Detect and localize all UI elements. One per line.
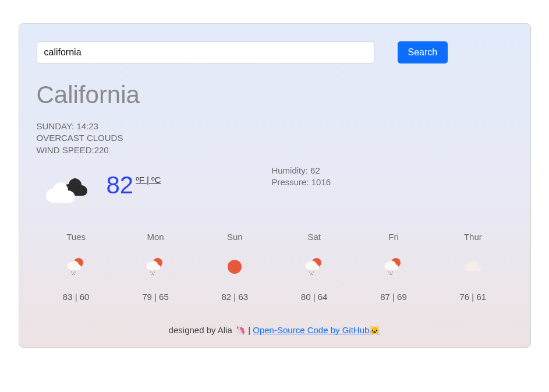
forecast-temps: 79 | 65 [129,292,182,302]
svg-point-15 [311,273,312,274]
svg-point-23 [389,274,391,275]
wind-speed: Wind Speed:220 [37,144,513,156]
svg-point-12 [228,260,242,274]
forecast-col: Fri87 | 69 [367,232,420,302]
svg-point-14 [309,271,310,273]
forecast-temps: 82 | 63 [208,292,261,302]
svg-point-22 [392,271,393,273]
svg-point-1 [71,271,72,273]
current-left: 82 ºF | ºC [37,162,161,209]
wind-label: Wind Speed: [37,145,94,155]
svg-point-3 [75,271,76,273]
temperature-block: 82 ºF | ºC [107,171,161,199]
svg-point-20 [388,271,389,273]
rain-sun-icon [129,256,182,277]
overcast-clouds-icon [42,168,95,209]
humidity-label: Humidity: [271,165,310,175]
rain-sun-icon [50,256,102,277]
svg-point-16 [313,271,314,273]
pressure: Pressure: 1016 [271,176,331,188]
svg-point-9 [154,271,155,273]
svg-point-17 [310,274,311,275]
search-row: Search [37,41,513,63]
svg-point-18 [312,274,313,275]
forecast-day: Tues [50,232,102,242]
footer: designed by Alia 🦄 | Open-Source Code by… [37,325,513,336]
forecast-temps: 80 | 64 [288,292,341,302]
forecast-temps: 83 | 60 [50,292,102,302]
pressure-value: 1016 [311,177,331,187]
svg-point-24 [391,274,392,275]
forecast-day: Fri [367,232,420,242]
pressure-label: Pressure: [271,177,311,187]
weather-description: overcast clouds [37,132,513,144]
forecast-day: Sun [208,232,261,242]
forecast-day: Thur [447,232,499,242]
svg-point-8 [152,273,153,274]
forecast-temps: 87 | 69 [367,292,420,302]
forecast-col: Thur76 | 61 [447,232,499,302]
github-link[interactable]: Open-Source Code by GitHub🐱 [253,325,380,335]
unit-celsius[interactable]: ºC [151,175,161,185]
search-button[interactable]: Search [398,41,448,63]
temperature-value: 82 [107,171,134,199]
forecast-col: Sun82 | 63 [208,232,261,302]
svg-point-21 [390,273,391,274]
svg-point-4 [72,274,73,275]
current-right: Humidity: 62 Pressure: 1016 [271,165,331,189]
rain-sun-icon [367,256,420,277]
forecast-col: Mon79 | 65 [129,232,182,302]
svg-point-11 [153,274,154,275]
day-time: Sunday: 14:23 [37,121,513,132]
city-title: California [37,81,513,109]
forecast-row: Tues83 | 60Mon79 | 65Sun82 | 63Sat80 | 6… [37,232,513,302]
unit-separator: | [144,175,151,185]
search-input[interactable] [37,41,374,63]
sun-icon [208,256,261,277]
svg-point-7 [150,271,151,273]
wind-value: 220 [94,145,109,155]
forecast-col: Sat80 | 64 [288,232,341,302]
unit-fahrenheit[interactable]: ºF [136,175,144,185]
weather-app: Search California Sunday: 14:23 overcast… [19,23,531,348]
unit-toggle[interactable]: ºF | ºC [136,175,161,185]
svg-point-10 [151,274,153,275]
footer-credit: designed by Alia 🦄 | [169,325,253,335]
svg-point-5 [74,274,75,275]
humidity-value: 62 [310,165,320,175]
summary-block: Sunday: 14:23 overcast clouds Wind Speed… [37,121,513,156]
forecast-day: Sat [288,232,341,242]
rain-sun-icon [288,256,341,277]
humidity: Humidity: 62 [271,165,331,176]
svg-point-2 [73,273,74,274]
current-row: 82 ºF | ºC Humidity: 62 Pressure: 1016 [37,162,513,209]
forecast-day: Mon [129,232,182,242]
forecast-col: Tues83 | 60 [50,232,102,302]
forecast-temps: 76 | 61 [447,292,499,302]
cloud-icon [447,256,499,277]
